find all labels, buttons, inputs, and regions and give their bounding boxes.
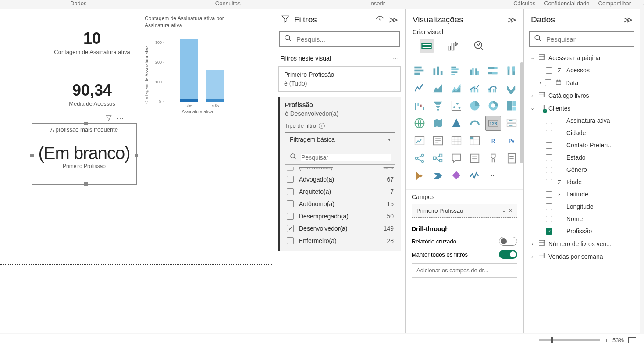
cross-report-toggle[interactable] [499,237,517,246]
fit-page-icon[interactable] [628,337,636,343]
viz-map-icon[interactable] [412,116,427,131]
table-numero[interactable]: › Número de livros ven... [528,237,635,250]
viz-py-icon[interactable]: Py [504,133,519,148]
keep-filters-toggle[interactable] [499,250,517,259]
viz-funnel-icon[interactable] [430,98,446,113]
filter-values-search[interactable] [285,150,395,165]
field-longitude[interactable]: Longitude [528,200,635,213]
scrollbar-v[interactable] [520,62,523,163]
viz-area-icon[interactable] [430,81,446,96]
filter-icon[interactable] [105,114,112,123]
field-well[interactable]: Primeiro Profissão ⌄ ✕ [412,204,517,218]
viz-donut-icon[interactable] [485,98,501,113]
viz-treemap-icon[interactable] [504,98,519,113]
viz-line-icon[interactable] [412,81,427,96]
viz-stacked-bar-icon[interactable] [412,63,427,78]
viz-waterfall-icon[interactable] [412,98,427,113]
checkbox[interactable] [546,179,552,185]
checkbox[interactable] [546,167,552,173]
collapse-ribbon-icon[interactable]: ︿ [635,0,644,9]
data-search-input[interactable] [546,36,630,43]
viz-clustered-bar-icon[interactable] [448,63,464,78]
filter-value-row[interactable]: Advogado(a)67 [285,173,395,185]
drill-add-field-well[interactable]: Adicionar os campos de dr... [412,263,517,278]
build-visual-tab[interactable] [420,39,434,53]
filters-search-input[interactable] [296,36,395,43]
eye-icon[interactable] [376,16,384,24]
checkbox[interactable] [546,130,552,136]
filter-card-profissao[interactable]: Profissão é Desenvolvedor(a) Tipo de fil… [278,97,401,251]
field-contato[interactable]: Contato Preferi... [528,139,635,151]
viz-clustered-column-icon[interactable] [467,63,483,78]
filter-value-row[interactable]: Autônomo(a)15 [285,198,395,210]
data-search[interactable] [529,31,634,47]
viz-sparkline-icon[interactable] [467,168,483,183]
kpi-card-avg[interactable]: 90,34 Média de Acessos [44,81,140,107]
viz-powerapps-icon[interactable] [412,168,427,183]
checkbox[interactable] [287,176,294,183]
table-catalogo[interactable]: › Catálogo livros [528,89,635,102]
filter-value-row[interactable]: Desenvolvedor(a)149 [285,222,395,235]
viz-qa-icon[interactable] [448,151,464,166]
chevron-down-icon[interactable]: ⌄ [502,208,506,214]
checkbox[interactable] [546,228,552,235]
more-icon[interactable]: ⋯ [117,114,124,123]
viz-slicer-icon[interactable] [430,133,446,148]
checkbox[interactable] [546,142,552,149]
viz-100-bar-icon[interactable] [485,63,501,78]
viz-matrix-icon[interactable] [467,133,483,148]
zoom-out-button[interactable]: − [531,337,535,343]
table-clientes[interactable]: ⌄ ✓ Clientes [528,102,635,114]
report-canvas[interactable]: 10 Contagem de Assinatura ativa 90,34 Mé… [0,9,274,333]
viz-card-icon[interactable]: 123 [485,116,501,131]
filter-value-row[interactable]: Enfermeiro(a)28 [285,235,395,247]
viz-r-icon[interactable]: R [485,133,501,148]
checkbox[interactable] [546,118,552,124]
viz-line-clustered-icon[interactable] [485,81,501,96]
viz-table-icon[interactable] [448,133,464,148]
remove-field-icon[interactable]: ✕ [509,208,512,214]
filter-type-select[interactable]: Filtragem básica ▾ [285,132,395,146]
ribbon-tab-confid[interactable]: Confidencialidade [540,0,594,9]
field-acessos[interactable]: Σ Acessos [528,64,635,76]
field-estado[interactable]: Estado [528,151,635,164]
checkbox[interactable] [546,216,552,222]
viz-gauge-icon[interactable] [467,116,483,131]
viz-azure-map-icon[interactable] [448,116,464,131]
table-acessos[interactable]: ⌄ Acessos na página [528,51,635,64]
bar-chart-visual[interactable]: Contagem de Assinatura ativa por Assinat… [145,15,241,116]
ribbon-tab-dados[interactable]: Dados [66,0,91,9]
collapse-icon[interactable]: ≫ [623,14,633,25]
field-cidade[interactable]: Cidade [528,127,635,139]
ribbon-tab-compart[interactable]: Compartilhar [594,0,635,9]
filter-values-search-input[interactable] [301,154,391,161]
more-icon[interactable]: ⋯ [393,55,399,62]
format-visual-tab[interactable] [446,39,460,53]
checkbox[interactable] [287,213,294,220]
viz-automate-icon[interactable] [430,168,446,183]
field-profissao[interactable]: Profissão [528,225,635,237]
viz-arcgis-icon[interactable] [448,168,464,183]
info-icon[interactable]: i [319,123,325,129]
card-visual-selected[interactable]: A profissão mais frequente (Em branco) P… [32,123,137,185]
ribbon-tab-calculos[interactable]: Cálculos [509,0,540,9]
checkbox[interactable] [546,154,552,161]
viz-ribbon-icon[interactable] [504,81,519,96]
checkbox[interactable] [287,188,294,195]
checkbox[interactable] [546,67,552,74]
ribbon-tab-consultas[interactable]: Consultas [211,0,245,9]
filter-card-primeiro-profissao[interactable]: Primeiro Profissão é (Tudo) [278,66,401,92]
zoom-slider[interactable] [539,339,600,341]
viz-kpi-icon[interactable] [412,133,427,148]
viz-paginated-icon[interactable] [504,151,519,166]
viz-key-influencers-icon[interactable] [412,151,427,166]
checkbox[interactable] [287,225,294,232]
filters-search[interactable] [279,31,400,47]
field-data[interactable]: › Data [528,76,635,89]
filter-value-row[interactable]: Arquiteto(a)7 [285,185,395,198]
kpi-card-count[interactable]: 10 Contagem de Assinatura ativa [44,29,140,55]
field-genero[interactable]: Gênero [528,164,635,176]
viz-decomposition-icon[interactable] [430,151,446,166]
field-latitude[interactable]: ΣLatitude [528,188,635,200]
filter-value-row[interactable]: (Em branco)325 [285,167,395,173]
